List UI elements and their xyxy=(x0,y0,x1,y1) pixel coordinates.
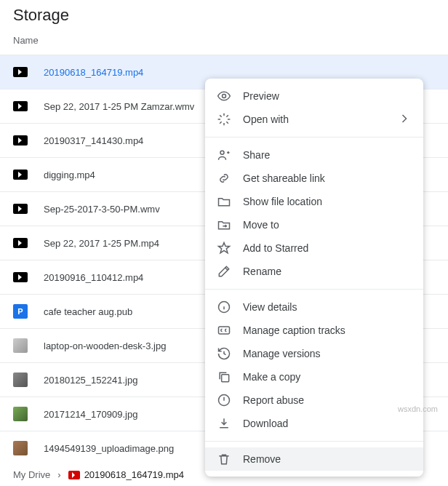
file-name: Sep-25-2017-3-50-PM.wmv xyxy=(44,204,160,215)
download-icon xyxy=(217,416,231,431)
pencil-icon xyxy=(217,264,231,279)
menu-label: Manage caption tracks xyxy=(243,324,345,336)
file-name: 20180125_152241.jpg xyxy=(44,375,137,386)
svg-point-0 xyxy=(223,95,226,98)
video-file-icon xyxy=(13,202,28,216)
eye-icon xyxy=(217,89,231,103)
png-file-icon xyxy=(13,441,28,455)
menu-divider xyxy=(205,441,423,442)
menu-open-with[interactable]: Open with xyxy=(205,108,423,131)
menu-add-starred[interactable]: Add to Starred xyxy=(205,236,423,260)
menu-copy[interactable]: Make a copy xyxy=(205,365,423,389)
pub-file-icon: P xyxy=(13,304,28,319)
cc-icon xyxy=(217,323,231,338)
menu-rename[interactable]: Rename xyxy=(205,260,423,283)
file-name: 20190317_141430.mp4 xyxy=(44,135,143,146)
star-icon xyxy=(217,241,231,255)
file-name: Sep 22, 2017 1-25 PM.mp4 xyxy=(44,238,159,249)
menu-captions[interactable]: Manage caption tracks xyxy=(205,319,423,342)
jpg2-file-icon xyxy=(13,373,28,387)
jpg3-file-icon xyxy=(13,407,28,421)
svg-rect-3 xyxy=(219,327,230,334)
file-name: 20190618_164719.mp4 xyxy=(44,67,143,78)
chevron-right-icon: › xyxy=(57,469,60,480)
breadcrumb-root[interactable]: My Drive xyxy=(13,469,50,480)
menu-label: Move to xyxy=(243,219,279,231)
svg-rect-4 xyxy=(222,375,229,382)
breadcrumb-current-label: 20190618_164719.mp4 xyxy=(84,469,184,480)
folder-icon xyxy=(217,194,231,209)
menu-label: Report abuse xyxy=(243,394,304,406)
copy-icon xyxy=(217,370,231,384)
svg-point-1 xyxy=(220,151,224,154)
file-name: digging.mp4 xyxy=(44,170,95,180)
menu-divider xyxy=(205,289,423,290)
link-icon xyxy=(217,171,231,186)
video-file-icon xyxy=(13,167,28,182)
list-header: Name xyxy=(0,35,448,55)
menu-versions[interactable]: Manage versions xyxy=(205,342,423,365)
history-icon xyxy=(217,346,231,361)
menu-label: Make a copy xyxy=(243,371,300,383)
person-add-icon xyxy=(217,148,231,162)
menu-label: Download xyxy=(243,418,288,429)
open-with-icon xyxy=(217,112,231,127)
menu-divider xyxy=(205,137,423,138)
menu-label: Remove xyxy=(243,453,281,465)
menu-preview[interactable]: Preview xyxy=(205,84,423,108)
menu-label: Add to Starred xyxy=(243,242,308,254)
file-name: 20171214_170909.jpg xyxy=(44,409,137,420)
info-icon xyxy=(217,300,231,314)
video-file-icon xyxy=(13,236,28,250)
menu-label: Share xyxy=(243,149,270,161)
breadcrumb: My Drive › 20190618_164719.mp4 xyxy=(13,469,184,480)
menu-label: View details xyxy=(243,301,297,313)
file-name: 20190916_110412.mp4 xyxy=(44,272,143,283)
file-name: laptop-on-wooden-desk-3.jpg xyxy=(44,340,166,351)
video-icon xyxy=(68,471,80,479)
file-name: 1494549139_uploadimage.png xyxy=(44,443,174,454)
video-file-icon xyxy=(13,65,28,79)
file-name: Sep 22, 2017 1-25 PM Zamzar.wmv xyxy=(44,101,194,112)
video-file-icon xyxy=(13,270,28,284)
menu-show-location[interactable]: Show file location xyxy=(205,190,423,213)
menu-label: Show file location xyxy=(243,196,322,207)
name-column-header[interactable]: Name xyxy=(13,35,39,46)
trash-icon xyxy=(217,452,231,466)
page-title: Storage xyxy=(0,0,448,35)
menu-label: Manage versions xyxy=(243,348,321,359)
menu-label: Preview xyxy=(243,90,279,102)
jpg1-file-icon xyxy=(13,338,28,353)
menu-label: Open with xyxy=(243,113,289,125)
report-icon xyxy=(217,393,231,407)
video-file-icon xyxy=(13,133,28,148)
menu-view-details[interactable]: View details xyxy=(205,295,423,319)
menu-remove[interactable]: Remove xyxy=(205,447,423,471)
menu-report[interactable]: Report abuse xyxy=(205,389,423,412)
watermark: wsxdn.com xyxy=(398,405,438,413)
context-menu: Preview Open with Share Get shareable li… xyxy=(205,79,423,477)
menu-label: Rename xyxy=(243,266,281,277)
chevron-right-icon xyxy=(397,111,412,128)
breadcrumb-current[interactable]: 20190618_164719.mp4 xyxy=(68,469,184,480)
video-file-icon xyxy=(13,99,28,113)
menu-move-to[interactable]: Move to xyxy=(205,213,423,236)
file-name: cafe teacher aug.pub xyxy=(44,306,132,317)
move-icon xyxy=(217,218,231,232)
menu-share[interactable]: Share xyxy=(205,143,423,167)
menu-label: Get shareable link xyxy=(243,172,325,184)
menu-get-link[interactable]: Get shareable link xyxy=(205,167,423,190)
menu-download[interactable]: Download xyxy=(205,412,423,435)
